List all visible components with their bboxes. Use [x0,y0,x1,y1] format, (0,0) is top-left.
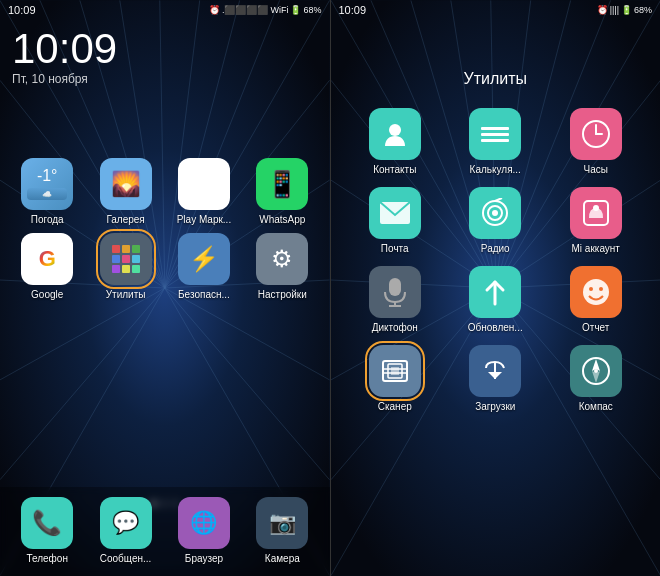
app-downloads-label: Загрузки [475,401,515,412]
clock-date-left: Пт, 10 ноября [12,72,318,86]
left-phone-screen: 10:09 ⏰ .⬛⬛⬛⬛ WiFi 🔋 68% 10:09 Пт, 10 но… [0,0,330,576]
app-dictaphone-label: Диктофон [372,322,418,333]
app-google[interactable]: G Google [12,233,82,300]
app-miaccount-label: Mi аккаунт [572,243,620,254]
app-clock-icon [570,108,622,160]
app-whatsapp[interactable]: 📱 WhatsApp [247,158,317,225]
app-whatsapp-label: WhatsApp [259,214,305,225]
dock-left: 📞 Телефон 💬 Сообщен... 🌐 Браузер 📷 Камер… [0,487,330,576]
app-updates-icon [469,266,521,318]
battery-percent: 68% [303,5,321,15]
app-messages[interactable]: 💬 Сообщен... [90,497,160,564]
app-utilities-icon [100,233,152,285]
status-bar-left: 10:09 ⏰ .⬛⬛⬛⬛ WiFi 🔋 68% [0,0,330,20]
app-settings[interactable]: ⚙ Настройки [247,233,317,300]
app-camera-label: Камера [265,553,300,564]
app-compass-label: Компас [579,401,613,412]
app-dictaphone-icon [369,266,421,318]
app-contacts[interactable]: Контакты [351,108,440,175]
status-icons-right: ⏰ |||| 🔋 68% [597,5,652,15]
app-camera[interactable]: 📷 Камера [247,497,317,564]
app-mail-label: Почта [381,243,409,254]
app-settings-icon: ⚙ [256,233,308,285]
svg-rect-65 [391,367,399,375]
app-compass[interactable]: Компас [552,345,641,412]
app-calculator-icon [469,108,521,160]
app-miaccount-icon [570,187,622,239]
app-scanner[interactable]: Сканер [351,345,440,412]
app-compass-icon [570,345,622,397]
app-messages-icon: 💬 [100,497,152,549]
app-security[interactable]: ⚡ Безопасн... [169,233,239,300]
app-updates-label: Обновлен... [468,322,523,333]
app-miaccount[interactable]: Mi аккаунт [552,187,641,254]
svg-point-51 [492,210,498,216]
app-downloads-icon [469,345,521,397]
app-gallery[interactable]: 🌄 Галерея [90,158,160,225]
app-phone[interactable]: 📞 Телефон [12,497,82,564]
svg-point-58 [583,279,609,305]
svg-point-60 [599,287,603,291]
app-radio-icon [469,187,521,239]
app-playstore-icon: ▶ [178,158,230,210]
app-camera-icon: 📷 [256,497,308,549]
wifi-icon: WiFi [270,5,288,15]
app-scanner-label: Сканер [378,401,412,412]
app-browser-label: Браузер [185,553,223,564]
time-left: 10:09 [8,4,36,16]
app-browser-icon: 🌐 [178,497,230,549]
svg-point-44 [389,124,401,136]
app-whatsapp-icon: 📱 [256,158,308,210]
app-contacts-label: Контакты [373,164,416,175]
app-clock-label: Часы [584,164,608,175]
app-report-label: Отчет [582,322,609,333]
app-weather[interactable]: -1° ☁️ Погода [12,158,82,225]
app-downloads[interactable]: Загрузки [451,345,540,412]
app-gallery-icon: 🌄 [100,158,152,210]
battery-percent-right: 68% [634,5,652,15]
app-radio[interactable]: Радио [451,187,540,254]
signal-bars-right: |||| [610,5,619,15]
alarm-icon-right: ⏰ [597,5,608,15]
app-mail[interactable]: Почта [351,187,440,254]
app-google-label: Google [31,289,63,300]
app-settings-label: Настройки [258,289,307,300]
app-phone-icon: 📞 [21,497,73,549]
svg-line-52 [495,198,502,201]
app-calculator[interactable]: Калькуля... [451,108,540,175]
right-phone-screen: 10:09 ⏰ |||| 🔋 68% Утилиты Контакты [331,0,661,576]
app-security-icon: ⚡ [178,233,230,285]
app-utilities-label: Утилиты [106,289,146,300]
app-playstore-label: Play Марк... [177,214,232,225]
app-weather-icon: -1° ☁️ [21,158,73,210]
app-browser[interactable]: 🌐 Браузер [169,497,239,564]
app-clock[interactable]: Часы [552,108,641,175]
app-radio-label: Радио [481,243,510,254]
app-updates[interactable]: Обновлен... [451,266,540,333]
folder-grid: Контакты Калькуля... Часы [331,98,661,422]
svg-point-59 [589,287,593,291]
status-bar-right: 10:09 ⏰ |||| 🔋 68% [331,0,661,20]
app-report-icon [570,266,622,318]
app-phone-label: Телефон [26,553,67,564]
app-report[interactable]: Отчет [552,266,641,333]
app-messages-label: Сообщен... [100,553,152,564]
app-gallery-label: Галерея [106,214,144,225]
battery-icon-right: 🔋 [621,5,632,15]
app-dictaphone[interactable]: Диктофон [351,266,440,333]
svg-point-70 [594,369,598,373]
svg-point-54 [593,205,599,211]
app-security-label: Безопасн... [178,289,230,300]
app-utilities[interactable]: Утилиты [90,233,160,300]
svg-rect-55 [389,278,401,296]
app-mail-icon [369,187,421,239]
app-grid-left: -1° ☁️ Погода 🌄 Галерея ▶ Play Марк... 📱… [0,148,330,310]
status-icons-left: ⏰ .⬛⬛⬛⬛ WiFi 🔋 68% [209,5,322,15]
app-google-icon: G [21,233,73,285]
time-right: 10:09 [339,4,367,16]
app-weather-label: Погода [31,214,64,225]
alarm-icon: ⏰ [209,5,220,15]
folder-title: Утилиты [331,20,661,98]
app-playstore[interactable]: ▶ Play Марк... [169,158,239,225]
app-scanner-icon [369,345,421,397]
